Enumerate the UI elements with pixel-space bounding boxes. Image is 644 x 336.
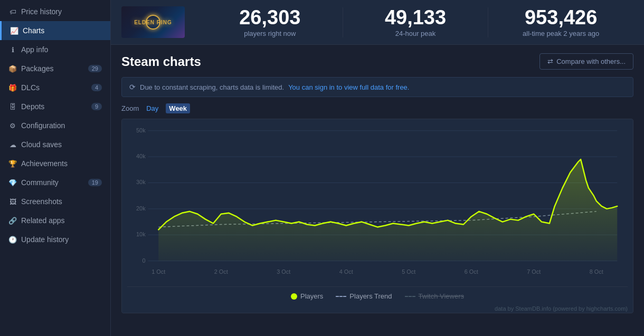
chart-legend: Players Players Trend Twitch Viewers — [127, 286, 628, 303]
chart-svg-wrapper: 50k 40k 30k 20k 10k 0 1 Oct 2 Oct 3 Oct … — [127, 124, 628, 284]
stat-players-now: 26,303 players right now — [197, 7, 343, 37]
legend-players: Players — [291, 292, 323, 300]
sidebar-item-packages[interactable]: 📦 Packages 29 — [0, 59, 110, 78]
svg-text:10k: 10k — [136, 231, 146, 237]
notice-icon: ⟳ — [129, 83, 136, 91]
svg-text:20k: 20k — [136, 205, 146, 212]
dlcs-badge: 4 — [91, 84, 102, 91]
players-dot — [291, 293, 297, 300]
players-now-label: players right now — [208, 30, 332, 37]
sidebar-item-app-info[interactable]: ℹ App info — [0, 40, 110, 59]
compare-button[interactable]: ⇄ Compare with others... — [539, 53, 633, 70]
svg-marker-20 — [158, 159, 617, 261]
content-area: Steam charts ⇄ Compare with others... ⟳ … — [111, 45, 644, 336]
peak-24h-value: 49,133 — [354, 7, 478, 27]
notice-link[interactable]: You can sign in to view full data for fr… — [288, 83, 409, 91]
screenshots-icon: 🖼 — [8, 198, 17, 206]
zoom-label: Zoom — [121, 104, 139, 112]
sidebar: 🏷 Price history 📈 Charts ℹ App info 📦 Pa… — [0, 0, 111, 336]
all-time-peak-value: 953,426 — [499, 7, 623, 27]
sidebar-item-screenshots[interactable]: 🖼 Screenshots — [0, 192, 110, 211]
zoom-day-button[interactable]: Day — [143, 103, 162, 113]
sidebar-item-update-history[interactable]: 🕐 Update history — [0, 230, 110, 249]
sidebar-item-dlcs[interactable]: 🎁 DLCs 4 — [0, 78, 110, 97]
zoom-week-button[interactable]: Week — [166, 103, 190, 113]
sidebar-item-price-history[interactable]: 🏷 Price history — [0, 2, 110, 21]
svg-text:7 Oct: 7 Oct — [527, 268, 541, 275]
svg-text:30k: 30k — [136, 179, 146, 185]
players-legend-label: Players — [300, 292, 323, 300]
sidebar-item-cloud-saves[interactable]: ☁ Cloud saves — [0, 135, 110, 154]
main-area: ELDEN RING 26,303 players right now 49,1… — [111, 0, 644, 336]
zoom-bar: Zoom Day Week — [121, 103, 633, 113]
sidebar-item-charts[interactable]: 📈 Charts — [0, 21, 110, 40]
chart-container: 50k 40k 30k 20k 10k 0 1 Oct 2 Oct 3 Oct … — [121, 119, 633, 313]
game-thumbnail: ELDEN RING — [121, 6, 185, 38]
players-now-value: 26,303 — [208, 7, 332, 27]
chart-svg: 50k 40k 30k 20k 10k 0 1 Oct 2 Oct 3 Oct … — [127, 124, 628, 283]
svg-text:0: 0 — [143, 257, 146, 264]
sidebar-item-community[interactable]: 💎 Community 19 — [0, 173, 110, 192]
all-time-peak-label: all-time peak 2 years ago — [499, 30, 623, 37]
svg-text:3 Oct: 3 Oct — [277, 268, 290, 275]
stat-all-time-peak: 953,426 all-time peak 2 years ago — [488, 7, 633, 37]
community-icon: 💎 — [8, 179, 17, 187]
svg-text:6 Oct: 6 Oct — [465, 268, 478, 275]
svg-text:2 Oct: 2 Oct — [214, 268, 228, 275]
configuration-icon: ⚙ — [8, 122, 17, 130]
svg-text:4 Oct: 4 Oct — [339, 268, 353, 275]
content-header: Steam charts ⇄ Compare with others... — [121, 53, 633, 70]
update-history-icon: 🕐 — [8, 236, 17, 244]
achievements-icon: 🏆 — [8, 160, 17, 168]
legend-twitch: Twitch Viewers — [405, 292, 464, 300]
notice-bar: ⟳ Due to constant scraping, charts data … — [121, 77, 633, 97]
charts-icon: 📈 — [10, 27, 18, 35]
depots-badge: 9 — [91, 103, 102, 110]
stat-24h-peak: 49,133 24-hour peak — [343, 7, 489, 37]
legend-trend: Players Trend — [336, 292, 392, 300]
packages-icon: 📦 — [8, 65, 17, 73]
ring-decoration — [146, 15, 160, 30]
sidebar-item-configuration[interactable]: ⚙ Configuration — [0, 116, 110, 135]
related-apps-icon: 🔗 — [8, 217, 17, 225]
packages-badge: 29 — [88, 65, 102, 72]
community-badge: 19 — [88, 179, 102, 186]
peak-24h-label: 24-hour peak — [354, 30, 478, 37]
depots-icon: 🗄 — [8, 103, 17, 111]
twitch-line-icon — [405, 296, 415, 297]
sidebar-item-achievements[interactable]: 🏆 Achievements — [0, 154, 110, 173]
svg-text:40k: 40k — [136, 153, 146, 159]
dlcs-icon: 🎁 — [8, 84, 17, 92]
svg-text:8 Oct: 8 Oct — [590, 268, 603, 275]
compare-icon: ⇄ — [547, 57, 553, 65]
stats-bar: ELDEN RING 26,303 players right now 49,1… — [111, 0, 644, 45]
app-info-icon: ℹ — [8, 46, 17, 54]
cloud-saves-icon: ☁ — [8, 141, 17, 149]
twitch-legend-label: Twitch Viewers — [419, 292, 464, 300]
sidebar-item-related-apps[interactable]: 🔗 Related apps — [0, 211, 110, 230]
svg-text:5 Oct: 5 Oct — [402, 268, 415, 275]
notice-text: Due to constant scraping, charts data is… — [140, 83, 284, 91]
page-title: Steam charts — [121, 54, 201, 69]
data-credit: data by SteamDB.info (powered by highcha… — [127, 303, 628, 313]
price-history-icon: 🏷 — [8, 8, 17, 16]
svg-text:1 Oct: 1 Oct — [151, 268, 165, 275]
trend-legend-label: Players Trend — [349, 292, 392, 300]
sidebar-item-depots[interactable]: 🗄 Depots 9 — [0, 97, 110, 116]
trend-line-icon — [336, 296, 346, 297]
svg-text:50k: 50k — [136, 127, 146, 133]
